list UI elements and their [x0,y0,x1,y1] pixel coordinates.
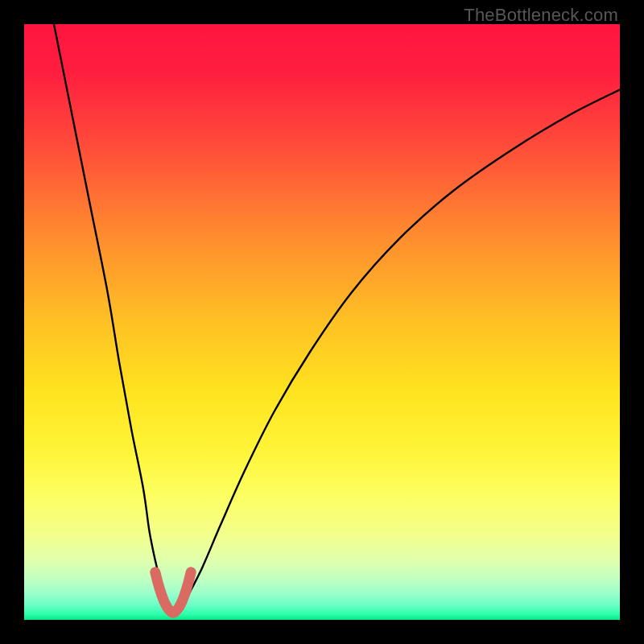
plot-area [24,24,620,620]
bottleneck-chart [24,24,620,620]
chart-frame: TheBottleneck.com [0,0,644,644]
watermark-text: TheBottleneck.com [464,5,618,26]
